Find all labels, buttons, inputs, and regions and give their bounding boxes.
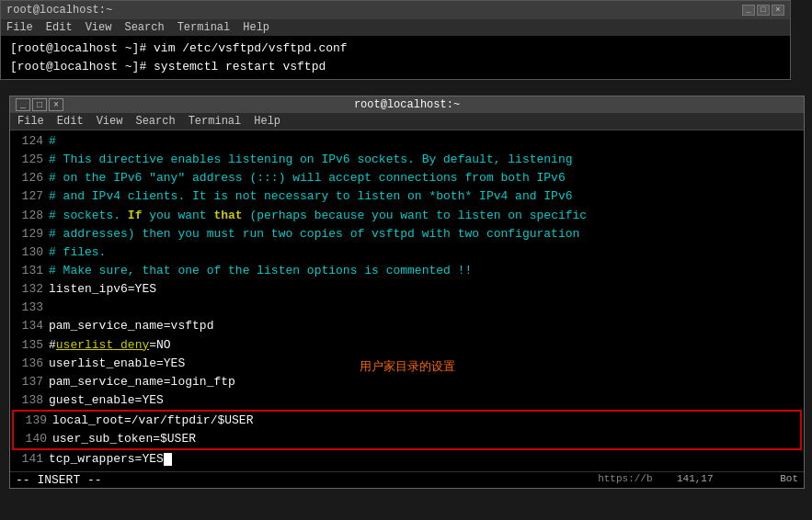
scroll-position: Bot (780, 473, 798, 484)
bg-menu-terminal[interactable]: Terminal (177, 21, 231, 34)
table-row: 127 # and IPv4 clients. It is not necess… (10, 187, 804, 206)
table-row: 128 # sockets. If you want that (perhaps… (10, 207, 804, 225)
table-row: 140 user_sub_token=$USER (12, 430, 802, 450)
background-terminal: root@localhost:~ _ □ × File Edit View Se… (0, 0, 791, 80)
bg-minimize-btn[interactable]: _ (742, 5, 755, 16)
bg-menu-help[interactable]: Help (243, 21, 269, 34)
table-row: 141 tcp_wrappers=YES (10, 450, 804, 469)
annotation-text: 用户家目录的设置 (360, 358, 455, 377)
bg-close-btn[interactable]: × (772, 5, 784, 16)
fg-maximize-btn[interactable]: □ (32, 98, 47, 111)
fg-menu-bar: File Edit View Search Terminal Help (10, 113, 804, 130)
table-row: 132 listen_ipv6=YES (10, 280, 804, 299)
bg-window-controls: _ □ × (742, 5, 784, 16)
bg-menu-file[interactable]: File (6, 21, 33, 34)
bg-maximize-btn[interactable]: □ (757, 5, 770, 16)
fg-content: 124 # 125 # This directive enables liste… (10, 130, 804, 471)
table-row: 131 # Make sure, that one of the listen … (10, 262, 804, 280)
fg-title-bar: _ □ × root@localhost:~ (10, 96, 804, 113)
fg-menu-search[interactable]: Search (135, 115, 175, 128)
table-row: 126 # on the IPv6 "any" address (:::) wi… (10, 169, 804, 187)
fg-menu-edit[interactable]: Edit (57, 115, 84, 128)
fg-minimize-btn[interactable]: _ (16, 98, 30, 111)
bg-title-text: root@localhost:~ (6, 4, 112, 17)
table-row: 130 # files. (10, 243, 804, 262)
bg-line-2: [root@localhost ~]# systemctl restart vs… (6, 58, 784, 76)
table-row: 139 local_root=/var/ftpdir/$USER (12, 410, 802, 430)
bg-line-1: [root@localhost ~]# vim /etc/vsftpd/vsft… (6, 40, 784, 58)
insert-mode-indicator: -- INSERT -- (16, 473, 102, 487)
text-cursor (164, 453, 172, 466)
table-row: 135 #userlist_deny=NO (10, 336, 804, 355)
line-col: 141,17 (677, 473, 714, 484)
table-row: 125 # This directive enables listening o… (10, 151, 804, 169)
bg-menu-edit[interactable]: Edit (46, 21, 73, 34)
table-row: 138 guest_enable=YES (10, 391, 804, 410)
fg-menu-terminal[interactable]: Terminal (189, 115, 242, 128)
bg-menu-view[interactable]: View (86, 21, 112, 34)
fg-menu-view[interactable]: View (97, 115, 123, 128)
fg-title-text: root@localhost:~ (63, 98, 750, 111)
fg-menu-file[interactable]: File (17, 115, 44, 128)
cursor-position: https://b 141,17 Bot (598, 473, 798, 487)
url-hint: https://b (598, 473, 652, 484)
table-row: 129 # addresses) then you must run two c… (10, 225, 804, 243)
table-row: 134 pam_service_name=vsftpd (10, 317, 804, 335)
fg-close-btn[interactable]: × (49, 98, 63, 111)
status-bar: -- INSERT -- https://b 141,17 Bot (10, 471, 804, 488)
fg-menu-help[interactable]: Help (254, 115, 280, 128)
table-row: 124 # (10, 132, 804, 151)
foreground-terminal: _ □ × root@localhost:~ File Edit View Se… (9, 96, 805, 489)
fg-window-controls: _ □ × (16, 98, 63, 111)
bg-title-bar: root@localhost:~ _ □ × (1, 1, 790, 19)
bg-content: [root@localhost ~]# vim /etc/vsftpd/vsft… (1, 36, 790, 79)
table-row: 133 (10, 299, 804, 317)
bg-menu-bar: File Edit View Search Terminal Help (1, 19, 790, 36)
bg-menu-search[interactable]: Search (124, 21, 164, 34)
